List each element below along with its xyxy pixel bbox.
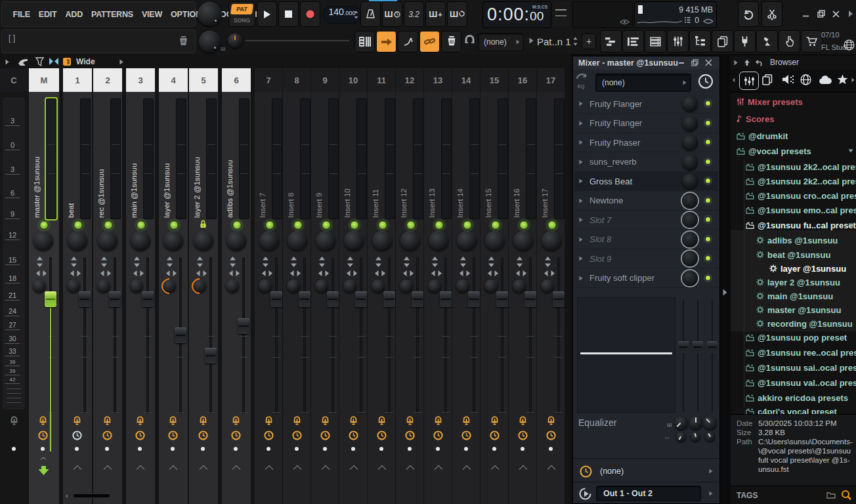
channel-rack-button[interactable] bbox=[645, 30, 666, 52]
route-triangle-icon[interactable] bbox=[349, 465, 359, 471]
fx-slot-7[interactable]: Slot 7 bbox=[574, 211, 718, 230]
fx-enable-led[interactable] bbox=[704, 99, 712, 108]
volume-fader[interactable] bbox=[45, 291, 56, 307]
song-mode-tab[interactable]: SONG bbox=[229, 17, 255, 24]
track-dot-indicator[interactable] bbox=[436, 447, 440, 451]
mixer-track-12[interactable]: 12Insert 12 bbox=[396, 68, 423, 504]
pan-knob[interactable] bbox=[400, 231, 420, 251]
master-volume-knob[interactable] bbox=[198, 2, 222, 26]
tree-item[interactable]: layer 2 @1sunsuu bbox=[731, 276, 856, 289]
output-selector[interactable]: Out 1 - Out 2 bbox=[596, 486, 701, 501]
track-dot-indicator[interactable] bbox=[521, 447, 524, 451]
mute-led[interactable] bbox=[491, 220, 500, 230]
eq-band-slider-high[interactable] bbox=[707, 299, 717, 412]
tree-item[interactable]: recording @1sunsuu bbox=[731, 317, 856, 330]
pan-knob[interactable] bbox=[259, 231, 279, 251]
mute-led[interactable] bbox=[293, 220, 303, 230]
fx-time-row[interactable]: (none) bbox=[574, 462, 718, 480]
track-dot-indicator[interactable] bbox=[41, 447, 45, 451]
fx-output-row[interactable]: Out 1 - Out 2 bbox=[574, 484, 718, 503]
mixer-track-1[interactable]: 1beat bbox=[63, 68, 92, 504]
fx-preset-selector[interactable]: (none) bbox=[595, 74, 691, 92]
mixer-track-17[interactable]: 17Insert 17 bbox=[537, 68, 565, 504]
track-clock-icon[interactable] bbox=[490, 430, 500, 440]
metronome-button[interactable] bbox=[360, 1, 381, 27]
stereo-sep-knob[interactable] bbox=[97, 280, 110, 293]
track-number[interactable]: 6 bbox=[222, 68, 251, 92]
tree-item[interactable]: layer @1sunsuu bbox=[731, 262, 856, 275]
countdown-button[interactable]: 3.2 bbox=[404, 1, 424, 27]
stereo-updown-icon[interactable] bbox=[544, 256, 552, 268]
pattern-prev-arrow[interactable] bbox=[529, 37, 534, 44]
route-triangle-icon[interactable] bbox=[405, 465, 416, 471]
track-input-icon[interactable] bbox=[102, 416, 112, 427]
track-number[interactable]: 17 bbox=[537, 68, 565, 92]
stereo-updown-icon[interactable] bbox=[318, 256, 326, 268]
mixer-track-14[interactable]: 14Insert 14 bbox=[452, 68, 480, 504]
fader-slot[interactable] bbox=[114, 257, 116, 413]
track-input-icon[interactable] bbox=[231, 416, 241, 427]
track-clock-icon[interactable] bbox=[461, 430, 471, 440]
fx-enable-led[interactable] bbox=[704, 196, 712, 205]
mixer-track-9[interactable]: 9Insert 9 bbox=[311, 68, 339, 504]
track-clock-icon[interactable] bbox=[546, 430, 556, 440]
fx-slot-4[interactable]: suns_reverb bbox=[574, 153, 718, 172]
route-triangle-icon[interactable] bbox=[377, 465, 387, 471]
volume-fader[interactable] bbox=[79, 291, 91, 307]
menu-item-add[interactable]: ADD bbox=[61, 10, 87, 19]
track-dot-indicator[interactable] bbox=[267, 447, 270, 451]
fx-slot-3[interactable]: Fruity Phaser bbox=[574, 133, 718, 152]
track-dot-indicator[interactable] bbox=[492, 447, 496, 451]
tree-item[interactable]: @1sunsuu 2k2..ocal preset bbox=[731, 160, 856, 173]
dock-funnel-icon[interactable] bbox=[35, 57, 44, 66]
volume-fader[interactable] bbox=[327, 291, 339, 307]
eq-level-knob-1[interactable] bbox=[674, 416, 688, 430]
tree-item[interactable]: @1sunsuu fu..cal preset bbox=[731, 219, 856, 232]
tree-item[interactable]: Scores bbox=[731, 112, 856, 125]
stereo-leftright-icon[interactable] bbox=[402, 269, 414, 278]
stereo-leftright-icon[interactable] bbox=[374, 269, 386, 278]
fader-slot[interactable] bbox=[473, 257, 475, 413]
track-input-icon[interactable] bbox=[198, 416, 208, 427]
eq-level-knob-3[interactable] bbox=[703, 416, 717, 430]
stereo-sep-knob[interactable] bbox=[541, 280, 554, 293]
fx-slot-9[interactable]: Slot 9 bbox=[574, 249, 718, 268]
mixer-track-M[interactable]: Mmaster @1sunsuu bbox=[29, 68, 59, 504]
panel-close-icon[interactable] bbox=[705, 59, 712, 66]
pan-knob[interactable] bbox=[226, 231, 246, 251]
fx-mix-knob[interactable] bbox=[682, 96, 698, 112]
pattern-selector[interactable]: Pat..n 1 bbox=[537, 32, 579, 51]
browser-button[interactable] bbox=[689, 30, 711, 52]
slot-expand-arrow[interactable] bbox=[579, 178, 583, 184]
stereo-sep-knob[interactable] bbox=[193, 280, 206, 293]
stereo-leftright-icon[interactable] bbox=[515, 269, 527, 278]
route-triangle-icon[interactable] bbox=[461, 465, 472, 471]
pat-mode-tab[interactable]: PAT bbox=[230, 4, 253, 14]
mixer-track-3[interactable]: 3main @1sunsuu bbox=[126, 68, 155, 504]
volume-fader[interactable] bbox=[205, 348, 217, 364]
stereo-sep-knob[interactable] bbox=[130, 280, 143, 293]
link-controller-icon[interactable] bbox=[17, 57, 29, 66]
track-clock-icon[interactable] bbox=[264, 430, 274, 440]
stereo-leftright-icon[interactable] bbox=[196, 269, 207, 278]
mixer-layout-label[interactable]: Wide bbox=[76, 57, 95, 66]
eq-band-slider-low[interactable] bbox=[678, 299, 689, 412]
volume-fader[interactable] bbox=[238, 318, 249, 334]
fader-slot[interactable] bbox=[444, 257, 447, 413]
shuffle-slider-track[interactable] bbox=[246, 40, 349, 41]
mixer-track-7[interactable]: 7Insert 7 bbox=[255, 68, 282, 504]
track-input-icon[interactable] bbox=[72, 416, 82, 427]
track-number[interactable]: 7 bbox=[255, 68, 282, 92]
stereo-sep-knob[interactable] bbox=[163, 280, 176, 293]
mixer-h-scrollbar[interactable] bbox=[74, 494, 110, 497]
restore-button[interactable] bbox=[814, 7, 828, 21]
narrow-wide-icon[interactable] bbox=[49, 57, 59, 66]
fx-enable-led[interactable] bbox=[704, 254, 712, 262]
slot-expand-arrow[interactable] bbox=[579, 121, 583, 126]
stereo-sep-knob[interactable] bbox=[287, 280, 300, 293]
fx-slot-6[interactable]: Newtone bbox=[574, 192, 718, 211]
tabs-next-arrow[interactable] bbox=[851, 77, 855, 83]
track-number[interactable]: 3 bbox=[126, 68, 155, 92]
stereo-updown-icon[interactable] bbox=[346, 256, 354, 268]
fx-mix-knob[interactable] bbox=[682, 154, 698, 170]
